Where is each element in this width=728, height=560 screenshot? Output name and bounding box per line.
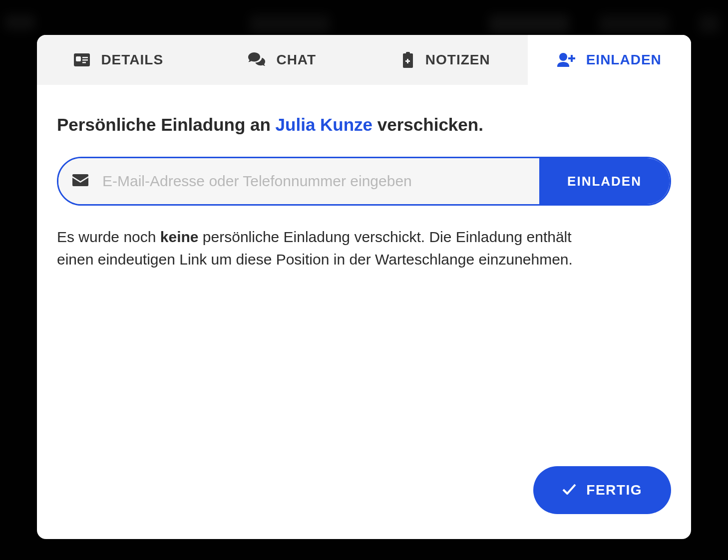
svg-rect-4 bbox=[82, 62, 86, 63]
heading-suffix: verschicken. bbox=[372, 115, 483, 134]
svg-rect-7 bbox=[568, 57, 575, 59]
tab-label: NOTIZEN bbox=[425, 52, 490, 68]
invite-button[interactable]: EINLADEN bbox=[539, 158, 670, 204]
invite-input-row: EINLADEN bbox=[57, 157, 671, 206]
tab-invite[interactable]: EINLADEN bbox=[528, 35, 692, 85]
id-card-icon bbox=[74, 53, 90, 66]
invite-input-wrap bbox=[58, 158, 539, 204]
desc-part1: Es wurde noch bbox=[57, 229, 160, 245]
done-label: FERTIG bbox=[586, 482, 642, 498]
modal-dialog: DETAILS CHAT NOTIZEN EINLADEN bbox=[37, 35, 691, 539]
svg-rect-2 bbox=[82, 57, 88, 58]
svg-rect-3 bbox=[82, 59, 88, 61]
tab-chat[interactable]: CHAT bbox=[201, 35, 364, 85]
svg-point-5 bbox=[559, 53, 567, 61]
tab-label: EINLADEN bbox=[586, 52, 662, 68]
tab-label: DETAILS bbox=[101, 52, 163, 68]
user-plus-icon bbox=[557, 53, 575, 67]
contact-input[interactable] bbox=[102, 173, 525, 190]
invite-heading: Persönliche Einladung an Julia Kunze ver… bbox=[57, 115, 671, 135]
modal-footer: FERTIG bbox=[37, 446, 691, 539]
tab-label: CHAT bbox=[276, 52, 316, 68]
chat-icon bbox=[248, 52, 265, 67]
done-button[interactable]: FERTIG bbox=[533, 466, 671, 514]
desc-bold: keine bbox=[160, 229, 199, 245]
invite-description: Es wurde noch keine persönliche Einladun… bbox=[57, 226, 606, 271]
check-icon bbox=[562, 482, 576, 498]
svg-rect-1 bbox=[76, 56, 81, 61]
tab-details[interactable]: DETAILS bbox=[37, 35, 201, 85]
tab-bar: DETAILS CHAT NOTIZEN EINLADEN bbox=[37, 35, 691, 85]
modal-overlay: DETAILS CHAT NOTIZEN EINLADEN bbox=[0, 0, 728, 560]
modal-body: Persönliche Einladung an Julia Kunze ver… bbox=[37, 85, 691, 446]
tab-notes[interactable]: NOTIZEN bbox=[364, 35, 528, 85]
invitee-name: Julia Kunze bbox=[276, 115, 372, 134]
envelope-icon bbox=[72, 174, 88, 188]
heading-prefix: Persönliche Einladung an bbox=[57, 115, 276, 134]
clipboard-plus-icon bbox=[401, 52, 414, 68]
